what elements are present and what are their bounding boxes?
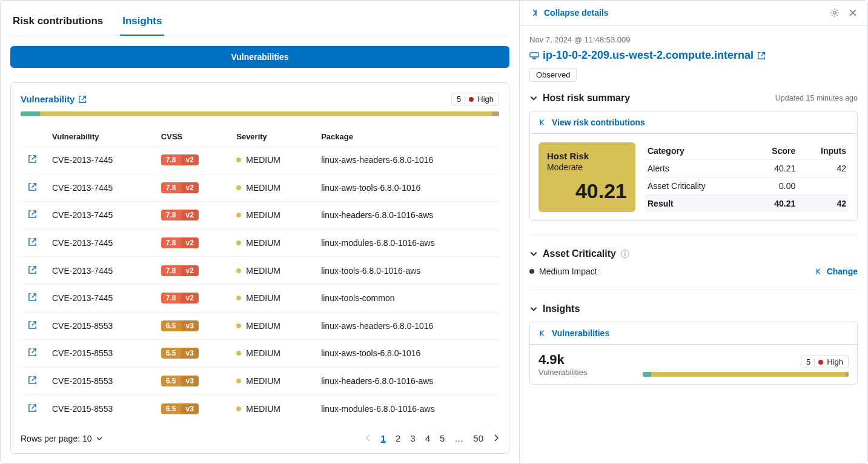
col-cvss[interactable]: CVSS — [154, 127, 229, 147]
detail-timestamp: Nov 7, 2024 @ 11:48:53.009 — [529, 35, 858, 44]
pager-prev[interactable] — [365, 433, 371, 443]
pager-page-last[interactable]: 50 — [473, 433, 483, 443]
cell-cve: CVE-2013-7445 — [45, 174, 154, 202]
table-row: CVE-2015-85536.5v3MEDIUMlinux-aws-tools-… — [21, 340, 499, 368]
cell-cve: CVE-2015-8553 — [45, 367, 154, 395]
cell-severity: MEDIUM — [236, 376, 306, 386]
cell-cve: CVE-2013-7445 — [45, 229, 154, 257]
asset-criticality-row: Medium Impact Change — [529, 267, 858, 276]
col-package[interactable]: Package — [314, 127, 499, 147]
pager-page-3[interactable]: 3 — [410, 433, 415, 443]
severity-dot-icon — [236, 406, 241, 411]
updated-text: Updated 15 minutes ago — [775, 94, 858, 102]
tab-insights[interactable]: Insights — [120, 10, 164, 36]
svg-rect-1 — [530, 53, 538, 57]
cell-cve: CVE-2015-8553 — [45, 340, 154, 368]
col-vulnerability[interactable]: Vulnerability — [45, 127, 154, 147]
cell-package: linux-aws-headers-6.8.0-1016 — [314, 312, 499, 340]
gear-icon[interactable] — [830, 8, 840, 18]
open-external-icon[interactable] — [28, 182, 37, 191]
table-row: CVE-2013-74457.8v2MEDIUMlinux-tools-6.8.… — [21, 257, 499, 285]
host-link[interactable]: ip-10-0-2-209.us-west-2.compute.internal — [529, 49, 858, 62]
change-criticality-button[interactable]: Change — [815, 267, 858, 276]
table-row: CVE-2013-74457.8v2MEDIUMlinux-headers-6.… — [21, 202, 499, 230]
collapse-details-button[interactable]: Collapse details — [529, 8, 609, 18]
close-icon[interactable] — [848, 8, 858, 18]
cell-package: linux-modules-6.8.0-1016-aws — [314, 229, 499, 257]
observed-badge: Observed — [529, 68, 577, 82]
table-footer: Rows per page: 10 1 2 3 4 5 … 50 — [21, 425, 499, 443]
host-risk-panel: View risk contributions Host Risk Modera… — [529, 111, 858, 221]
cvss-badge: 7.8v2 — [161, 293, 199, 303]
cvss-badge: 7.8v2 — [161, 182, 199, 193]
open-external-icon[interactable] — [28, 403, 37, 413]
pager-page-1[interactable]: 1 — [381, 433, 386, 443]
severity-dot-icon — [236, 157, 241, 162]
open-external-icon[interactable] — [28, 154, 37, 164]
open-external-icon[interactable] — [28, 348, 37, 357]
pager-page-5[interactable]: 5 — [440, 433, 445, 443]
vulnerabilities-banner[interactable]: Vulnerabilities — [10, 46, 509, 68]
cell-severity: MEDIUM — [236, 321, 306, 331]
asset-criticality-title: Asset Criticality — [543, 248, 616, 259]
cell-severity: MEDIUM — [236, 348, 306, 358]
impact-dot-icon — [529, 269, 534, 274]
pager-next[interactable] — [493, 433, 499, 443]
severity-summary-badge: 5 High — [451, 93, 499, 105]
chevron-down-icon — [96, 435, 103, 442]
view-risk-contributions-link[interactable]: View risk contributions — [530, 111, 857, 134]
severity-distribution-bar — [21, 111, 499, 116]
insights-count: 4.9k — [538, 352, 587, 368]
cell-severity: MEDIUM — [236, 266, 306, 276]
cell-package: linux-headers-6.8.0-1016-aws — [314, 367, 499, 395]
insights-toggle[interactable]: Insights — [529, 303, 858, 314]
insights-badge-level: High — [827, 357, 843, 366]
pager-page-4[interactable]: 4 — [425, 433, 430, 443]
cvss-badge: 7.8v2 — [161, 210, 199, 220]
asset-criticality-value: Medium Impact — [539, 267, 597, 276]
change-label: Change — [827, 267, 858, 276]
cell-severity: MEDIUM — [236, 293, 306, 303]
open-external-icon[interactable] — [28, 265, 37, 274]
tab-risk-contributions[interactable]: Risk contributions — [10, 10, 105, 36]
chevron-down-icon — [529, 250, 538, 258]
host-icon — [529, 51, 539, 61]
table-row: CVE-2015-85536.5v3MEDIUMlinux-headers-6.… — [21, 367, 499, 395]
cell-severity: MEDIUM — [236, 155, 306, 165]
severity-dot-icon — [236, 379, 241, 383]
rows-per-page-selector[interactable]: Rows per page: 10 — [21, 434, 103, 443]
risk-row-asset-crit: Asset Criticality 0.00 — [645, 177, 849, 195]
severity-dot-icon — [236, 213, 241, 217]
cell-severity: MEDIUM — [236, 238, 306, 248]
insights-vulnerabilities-link[interactable]: Vulnerabilities — [530, 322, 857, 345]
vulnerability-link[interactable]: Vulnerability — [21, 94, 87, 104]
severity-dot-icon — [236, 351, 241, 356]
asset-criticality-toggle[interactable]: Asset Criticality i — [529, 248, 858, 259]
table-row: CVE-2013-74457.8v2MEDIUMlinux-tools-comm… — [21, 284, 499, 312]
cvss-badge: 6.5v3 — [161, 348, 199, 359]
vulnerability-link-label: Vulnerability — [21, 94, 75, 104]
open-external-icon[interactable] — [28, 320, 37, 330]
open-external-icon[interactable] — [28, 293, 37, 302]
col-score: Score — [750, 142, 798, 160]
cell-cve: CVE-2013-7445 — [45, 284, 154, 312]
insights-badge-count: 5 — [806, 357, 810, 366]
col-severity[interactable]: Severity — [229, 127, 314, 147]
open-external-icon[interactable] — [28, 210, 37, 219]
insights-severity-badge: 5 High — [801, 356, 849, 368]
cell-cve: CVE-2015-8553 — [45, 395, 154, 422]
rows-per-page-label: Rows per page: 10 — [21, 434, 92, 443]
severity-count: 5 — [457, 94, 461, 104]
cell-package: linux-headers-6.8.0-1016-aws — [314, 202, 499, 230]
severity-dot-icon — [236, 240, 241, 245]
host-risk-summary-toggle[interactable]: Host risk summary — [529, 93, 630, 104]
open-external-icon[interactable] — [28, 376, 37, 385]
cell-severity: MEDIUM — [236, 210, 306, 220]
pager-page-2[interactable]: 2 — [396, 433, 400, 443]
tabs: Risk contributions Insights — [10, 10, 509, 36]
table-row: CVE-2013-74457.8v2MEDIUMlinux-modules-6.… — [21, 229, 499, 257]
detail-panel: Collapse details Nov 7, 2024 @ 11:48:53.… — [520, 1, 867, 463]
info-icon[interactable]: i — [621, 250, 629, 258]
svg-point-0 — [833, 12, 836, 14]
open-external-icon[interactable] — [28, 237, 37, 247]
